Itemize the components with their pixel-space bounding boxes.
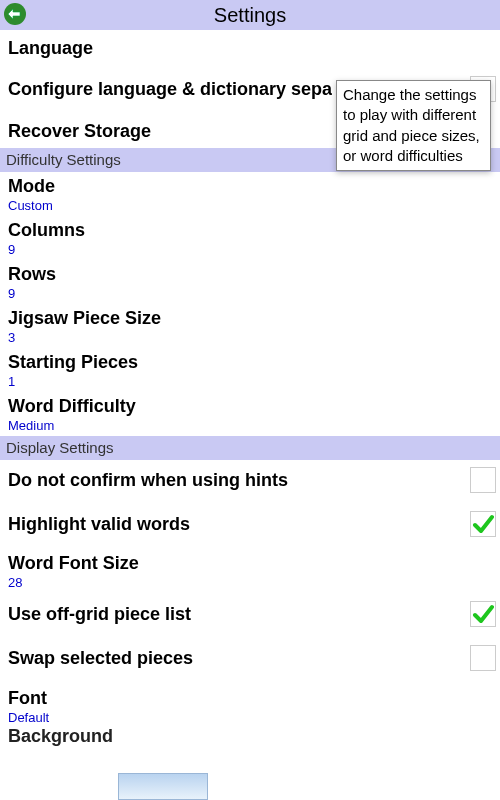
offgrid-list-label: Use off-grid piece list xyxy=(8,604,191,625)
row-starting-pieces[interactable]: Starting Pieces 1 xyxy=(0,348,500,392)
highlight-valid-label: Highlight valid words xyxy=(8,514,190,535)
piece-size-value: 3 xyxy=(8,330,492,345)
offgrid-list-checkbox[interactable] xyxy=(470,601,496,627)
row-language[interactable]: Language xyxy=(0,30,500,65)
background-thumbnail[interactable] xyxy=(118,773,208,800)
row-offgrid-list[interactable]: Use off-grid piece list xyxy=(0,594,500,634)
row-highlight-valid[interactable]: Highlight valid words xyxy=(0,504,500,544)
starting-pieces-value: 1 xyxy=(8,374,492,389)
row-jigsaw-piece-size[interactable]: Jigsaw Piece Size 3 xyxy=(0,304,500,348)
row-mode[interactable]: Mode Custom xyxy=(0,172,500,216)
columns-value: 9 xyxy=(8,242,492,257)
columns-label: Columns xyxy=(8,220,492,241)
difficulty-tooltip: Change the settings to play with differe… xyxy=(336,80,491,171)
background-label: Background xyxy=(8,726,113,747)
starting-pieces-label: Starting Pieces xyxy=(8,352,492,373)
word-difficulty-value: Medium xyxy=(8,418,492,433)
word-font-size-label: Word Font Size xyxy=(8,553,492,574)
tooltip-text: Change the settings to play with differe… xyxy=(343,86,480,164)
row-background[interactable]: Background xyxy=(0,727,500,747)
no-confirm-hints-label: Do not confirm when using hints xyxy=(8,470,288,491)
header-bar: Settings xyxy=(0,0,500,30)
section-difficulty-title: Difficulty Settings xyxy=(6,151,121,168)
no-confirm-hints-checkbox[interactable] xyxy=(470,467,496,493)
language-label: Language xyxy=(8,38,492,59)
swap-selected-checkbox[interactable] xyxy=(470,645,496,671)
highlight-valid-checkbox[interactable] xyxy=(470,511,496,537)
word-difficulty-label: Word Difficulty xyxy=(8,396,492,417)
row-swap-selected[interactable]: Swap selected pieces xyxy=(0,638,500,678)
row-word-font-size[interactable]: Word Font Size 28 xyxy=(0,548,500,594)
font-value: Default xyxy=(8,710,492,725)
back-arrow-icon xyxy=(8,9,22,19)
rows-label: Rows xyxy=(8,264,492,285)
word-font-size-value: 28 xyxy=(8,575,492,590)
swap-selected-label: Swap selected pieces xyxy=(8,648,193,669)
configure-label: Configure language & dictionary sepa xyxy=(8,79,332,100)
rows-value: 9 xyxy=(8,286,492,301)
mode-value: Custom xyxy=(8,198,492,213)
font-label: Font xyxy=(8,688,492,709)
row-font[interactable]: Font Default xyxy=(0,682,500,727)
row-word-difficulty[interactable]: Word Difficulty Medium xyxy=(0,392,500,436)
row-no-confirm-hints[interactable]: Do not confirm when using hints xyxy=(0,460,500,500)
mode-label: Mode xyxy=(8,176,492,197)
page-title: Settings xyxy=(214,4,286,27)
section-display: Display Settings xyxy=(0,436,500,460)
row-columns[interactable]: Columns 9 xyxy=(0,216,500,260)
piece-size-label: Jigsaw Piece Size xyxy=(8,308,492,329)
back-button[interactable] xyxy=(4,3,26,25)
section-display-title: Display Settings xyxy=(6,439,114,456)
row-rows[interactable]: Rows 9 xyxy=(0,260,500,304)
